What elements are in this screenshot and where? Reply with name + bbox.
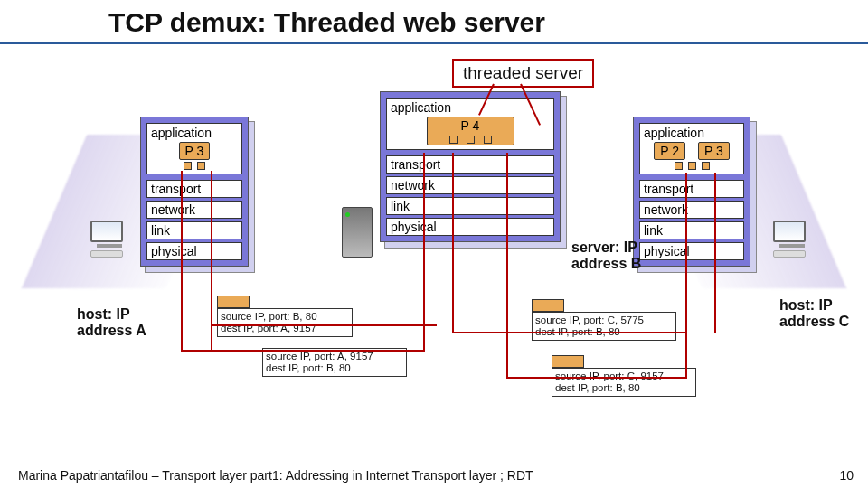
pkt-body-ab: source IP, port: A, 9157 dest IP, port: … [262, 348, 407, 377]
pkt-cb2-dst: dest IP, port: B, 80 [555, 382, 693, 394]
proc-p3-c-label: P 3 [704, 144, 723, 158]
sock-a-2 [197, 162, 205, 170]
pkt-head-cb1 [532, 299, 564, 312]
flow-b-left [423, 153, 425, 352]
packet-cb1: source IP, port: C, 5775 dest IP, port: … [532, 299, 676, 341]
proc-p3-a: P 3 [179, 142, 211, 160]
layer-trans-b: transport [386, 155, 554, 174]
label-app-c: application [644, 126, 704, 140]
sock-b-1 [449, 136, 458, 144]
pkt-ba-src: source IP, port: B, 80 [221, 311, 349, 323]
sock-c-3 [702, 162, 710, 170]
footer-text: Marina Papatriantafilou – Transport laye… [18, 468, 533, 483]
sock-b-3 [484, 136, 492, 144]
pkt-head-ba [217, 296, 250, 308]
pkt-ab-dst: dest IP, port: B, 80 [266, 362, 403, 374]
server-b-label: server: IP address B [571, 239, 662, 272]
label-app-a: application [151, 126, 212, 140]
sock-c-1 [675, 162, 683, 170]
flow-c1-to-b [452, 332, 687, 333]
proc-p3-c: P 3 [698, 142, 730, 160]
layer-link-c: link [639, 221, 744, 239]
flow-a-down [181, 171, 183, 352]
pkt-head-cb2 [552, 355, 584, 368]
layer-app-a: application P 3 [146, 123, 242, 174]
layer-net-c: network [639, 201, 744, 219]
flow-a-to-b-bottom [181, 350, 425, 352]
layer-app-c: application P 2 P 3 [639, 123, 744, 174]
proc-p2-c-label: P 2 [660, 144, 679, 158]
layer-phys-a: physical [146, 242, 242, 260]
host-a-label: host: IP address A [77, 306, 158, 339]
sock-a-1 [184, 162, 192, 170]
flow-b-mid [452, 153, 454, 333]
footer-page: 10 [839, 468, 854, 483]
flow-b-to-a-bottom [211, 324, 437, 326]
server-icon [342, 207, 373, 258]
layer-trans-c: transport [639, 180, 744, 198]
flow-c-down2 [714, 173, 716, 333]
proc-p3-a-label: P 3 [185, 144, 204, 158]
sock-c-2 [688, 162, 696, 170]
pkt-cb1-src: source IP, port: C, 5775 [535, 314, 673, 326]
layer-net-a: network [146, 201, 242, 219]
packet-ba: source IP, port: B, 80 dest IP, port: A,… [217, 296, 353, 337]
label-app-b: application [391, 100, 451, 115]
flow-c2-to-b [506, 377, 687, 379]
layer-phys-b: physical [386, 218, 554, 236]
slide-title: TCP demux: Threaded web server [0, 0, 868, 42]
proc-p4-label: P 4 [461, 118, 480, 133]
pkt-body-cb1: source IP, port: C, 5775 dest IP, port: … [532, 312, 676, 341]
layer-link-a: link [146, 221, 242, 239]
stack-host-a: application P 3 transport network link p… [140, 117, 249, 267]
sock-b-2 [467, 136, 475, 144]
pc-icon-left [90, 221, 128, 262]
host-c-label: host: IP address C [779, 297, 852, 330]
layer-net-b: network [386, 176, 554, 194]
pkt-ab-src: source IP, port: A, 9157 [266, 351, 403, 362]
flow-c-down1 [685, 173, 687, 379]
packet-ab: source IP, port: A, 9157 dest IP, port: … [262, 348, 407, 377]
pkt-body-cb2: source IP, port: C, 9157 dest IP, port: … [552, 368, 696, 397]
title-underline [0, 42, 868, 44]
diagram-area: threaded server application P 3 transpor… [0, 53, 868, 442]
flow-b-right [506, 153, 508, 379]
slide-footer: Marina Papatriantafilou – Transport laye… [18, 468, 854, 483]
threaded-server-callout: threaded server [452, 59, 594, 88]
pc-icon-right [773, 221, 811, 262]
proc-p4: P 4 [427, 117, 514, 145]
layer-trans-a: transport [146, 180, 242, 198]
pkt-body-ba: source IP, port: B, 80 dest IP, port: A,… [217, 308, 353, 337]
proc-p2-c: P 2 [654, 142, 685, 160]
layer-link-b: link [386, 197, 554, 215]
